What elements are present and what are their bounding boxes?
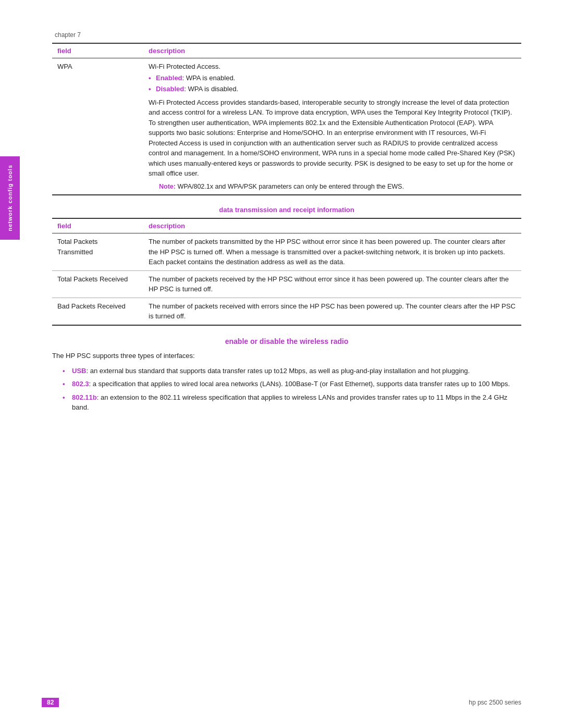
side-tab-label: network config tools [7, 165, 13, 231]
footer-product-name: hp psc 2500 series [469, 699, 521, 706]
table1-field-header: field [52, 43, 143, 58]
footer: 82 hp psc 2500 series [0, 698, 563, 707]
note-text: WPA/802.1x and WPA/PSK parameters can on… [177, 183, 404, 190]
wpa-bullets: Enabled: WPA is enabled. Disabled: WPA i… [149, 73, 516, 94]
disabled-label: Disabled [156, 85, 184, 93]
list-item: 802.11b: an extension to the 802.11 wire… [63, 392, 521, 413]
note-label: Note: [159, 183, 176, 190]
list-item: USB: an external bus standard that suppo… [63, 366, 521, 376]
table-row: Total Packets Received The number of pac… [52, 270, 521, 298]
total-packets-transmitted-desc: The number of packets transmitted by the… [143, 233, 521, 271]
side-tab: network config tools [0, 156, 20, 240]
wpa-desc-intro: Wi-Fi Protected Access. [149, 63, 221, 70]
8023-suffix: : a specification that applies to wired … [89, 380, 510, 388]
wpa-table: field description WPA Wi-Fi Protected Ac… [52, 43, 521, 195]
page-container: network config tools chapter 7 field des… [0, 0, 563, 728]
bad-packets-received-field: Bad Packets Received [52, 298, 143, 325]
wpa-note: Note: WPA/802.1x and WPA/PSK parameters … [159, 182, 516, 192]
chapter-label: chapter 7 [55, 31, 521, 39]
table-row: WPA Wi-Fi Protected Access. Enabled: WPA… [52, 58, 521, 195]
bad-packets-received-desc: The number of packets received with erro… [143, 298, 521, 325]
table1-desc-header: description [143, 43, 521, 58]
total-packets-transmitted-field: Total PacketsTransmitted [52, 233, 143, 271]
disabled-text: : WPA is disabled. [184, 85, 238, 93]
wpa-description: Wi-Fi Protected Access. Enabled: WPA is … [143, 58, 521, 195]
usb-suffix: : an external bus standard that supports… [86, 367, 470, 375]
total-packets-received-field: Total Packets Received [52, 270, 143, 298]
table-row: Total PacketsTransmitted The number of p… [52, 233, 521, 271]
enabled-label: Enabled [156, 74, 182, 82]
8023-label: 802.3 [72, 380, 89, 388]
wpa-enabled-bullet: Enabled: WPA is enabled. [149, 73, 516, 83]
wpa-field: WPA [52, 58, 143, 195]
total-packets-received-desc: The number of packets received by the HP… [143, 270, 521, 298]
section2-heading: data transmission and receipt informatio… [52, 206, 521, 214]
80211b-suffix: : an extension to the 802.11 wireless sp… [72, 393, 507, 412]
table2-desc-header: description [143, 218, 521, 233]
interface-list: USB: an external bus standard that suppo… [63, 366, 521, 413]
intro-text: The HP PSC supports three types of inter… [52, 351, 521, 362]
80211b-label: 802.11b [72, 393, 97, 401]
list-item: 802.3: a specification that applies to w… [63, 379, 521, 389]
table2-field-header: field [52, 218, 143, 233]
table-row: Bad Packets Received The number of packe… [52, 298, 521, 325]
section3-heading: enable or disable the wireless radio [52, 337, 521, 346]
enabled-text: : WPA is enabled. [182, 74, 236, 82]
data-transmission-table: field description Total PacketsTransmitt… [52, 218, 521, 326]
wpa-body-text: Wi-Fi Protected Access provides standard… [149, 98, 515, 178]
usb-label: USB [72, 367, 86, 375]
wpa-disabled-bullet: Disabled: WPA is disabled. [149, 84, 516, 94]
page-number: 82 [42, 698, 59, 707]
